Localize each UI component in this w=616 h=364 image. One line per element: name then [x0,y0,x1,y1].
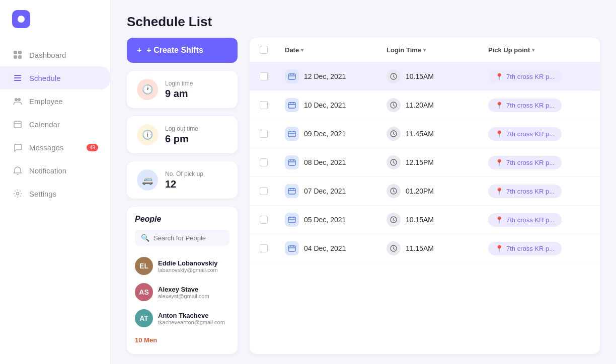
table-header: Date ▾ Login Time ▾ Pick Up point ▾ [250,38,600,62]
row-checkbox-4[interactable] [260,187,268,195]
time-icon-5 [387,213,401,227]
create-shifts-label: + Create Shifts [146,46,203,55]
search-box[interactable]: 🔍 [135,230,229,246]
create-shifts-button[interactable]: + + Create Shifts [127,38,238,63]
pickup-card: 🚐 No. Of pick up 12 [127,161,238,199]
sidebar-item-label: Settings [29,190,56,198]
row-checkbox-0[interactable] [260,72,268,80]
pickup-cell-3: 📍 7th cross KR p... [488,156,590,169]
sidebar-item-messages[interactable]: Messages 49 [0,136,110,159]
row-checkbox-cell[interactable] [260,101,285,109]
login-time-card: 🕐 Login time 9 am [127,71,238,108]
person-item-0[interactable]: EL Eddie Lobanovskiy labanovskiy@gmail.c… [135,253,229,279]
sidebar-item-calendar[interactable]: Calendar [0,113,110,136]
table-row[interactable]: 05 Dec, 2021 10.15AM 📍 7th cross KR p... [250,206,600,234]
date-column-header[interactable]: Date ▾ [285,46,387,54]
table-row[interactable]: 08 Dec, 2021 12.15PM 📍 7th cross KR p... [250,148,600,177]
row-checkbox-cell[interactable] [260,72,285,80]
svg-rect-3 [18,55,22,59]
page-title: Schedule List [127,14,600,30]
sidebar-item-notification[interactable]: Notification [0,159,110,182]
person-name-1: Alexey Stave [158,286,209,293]
svg-rect-13 [288,103,295,108]
table-row[interactable]: 10 Dec, 2021 11.20AM 📍 7th cross KR p... [250,91,600,120]
person-item-2[interactable]: AT Anton Tkacheve tkacheveanton@gmail.co… [135,305,229,331]
pin-icon-6: 📍 [495,245,503,252]
plus-icon: + [137,46,141,55]
time-cell-5: 10.15AM [387,213,488,227]
date-icon-2 [285,127,299,141]
pickup-badge-0: 📍 7th cross KR p... [488,70,562,83]
person-email-2: tkacheveanton@gmail.com [158,319,225,325]
time-cell-4: 01.20PM [387,184,488,198]
pickup-icon: 🚐 [137,169,158,191]
dashboard-icon [12,49,23,60]
login-time-label: Login time [165,80,193,87]
app-logo [12,10,30,28]
login-time-column-header[interactable]: Login Time ▾ [387,46,488,54]
date-icon-6 [285,241,299,255]
logout-time-icon: 🕕 [137,124,158,145]
person-avatar-2: AT [135,309,153,327]
pin-icon-1: 📍 [495,102,503,109]
pin-icon-4: 📍 [495,188,503,195]
table-row[interactable]: 09 Dec, 2021 11.45AM 📍 7th cross KR p... [250,120,600,148]
svg-point-7 [15,98,18,101]
row-checkbox-1[interactable] [260,101,268,109]
pickup-sort-icon: ▾ [532,47,534,53]
svg-rect-4 [14,75,21,76]
table-row[interactable]: 12 Dec, 2021 10.15AM 📍 7th cross KR p... [250,62,600,91]
people-title: People [135,215,229,224]
row-checkbox-cell[interactable] [260,187,285,195]
svg-rect-19 [288,189,295,194]
search-icon: 🔍 [141,234,149,242]
schedule-table: Date ▾ Login Time ▾ Pick Up point ▾ [250,38,600,354]
sidebar-item-schedule[interactable]: Schedule [0,66,110,89]
left-panel: + + Create Shifts 🕐 Login time 9 am 🕕 Lo… [127,38,238,354]
sidebar-item-settings[interactable]: Settings [0,182,110,205]
person-name-0: Eddie Lobanovskiy [158,259,218,267]
people-section: People 🔍 EL Eddie Lobanovskiy labanovski… [127,207,238,354]
sidebar-item-label: Employee [29,97,63,106]
row-checkbox-cell[interactable] [260,244,285,252]
people-count: 10 Men [135,336,229,344]
row-checkbox-2[interactable] [260,130,268,138]
pin-icon-2: 📍 [495,130,503,138]
svg-rect-11 [288,74,295,79]
sidebar-item-dashboard[interactable]: Dashboard [0,43,110,66]
search-input[interactable] [153,234,223,242]
row-checkbox-cell[interactable] [260,158,285,166]
date-icon-1 [285,98,299,112]
row-checkbox-6[interactable] [260,244,268,252]
main-content: Schedule List + + Create Shifts 🕐 Login … [111,0,616,364]
date-icon-3 [285,155,299,169]
time-icon-2 [387,127,401,141]
date-icon-0 [285,69,299,83]
sidebar-item-employee[interactable]: Employee [0,89,110,113]
header-checkbox[interactable] [260,46,268,54]
row-checkbox-5[interactable] [260,216,268,224]
row-checkbox-cell[interactable] [260,130,285,138]
pickup-column-header[interactable]: Pick Up point ▾ [488,46,590,54]
date-cell-3: 08 Dec, 2021 [285,155,387,169]
time-icon-6 [387,241,401,255]
svg-rect-1 [18,51,22,54]
sidebar: Dashboard Schedule Employee [0,0,111,364]
row-checkbox-cell[interactable] [260,216,285,224]
svg-point-8 [18,98,21,101]
person-item-1[interactable]: AS Alexey Stave alexeyst@gmail.com [135,279,229,305]
person-avatar-0: EL [135,257,153,275]
calendar-icon [12,119,23,130]
time-cell-1: 11.20AM [387,98,488,112]
date-cell-5: 05 Dec, 2021 [285,213,387,227]
logout-time-value: 6 pm [165,133,198,145]
table-row[interactable]: 07 Dec, 2021 01.20PM 📍 7th cross KR p... [250,177,600,206]
svg-rect-17 [288,160,295,165]
header-checkbox-cell[interactable] [260,46,285,54]
sidebar-item-label: Dashboard [29,51,66,59]
table-row[interactable]: 04 Dec, 2021 11.15AM 📍 7th cross KR p... [250,234,600,263]
row-checkbox-3[interactable] [260,158,268,166]
pickup-cell-2: 📍 7th cross KR p... [488,127,590,141]
pickup-cell-1: 📍 7th cross KR p... [488,99,590,112]
notification-icon [12,165,23,176]
